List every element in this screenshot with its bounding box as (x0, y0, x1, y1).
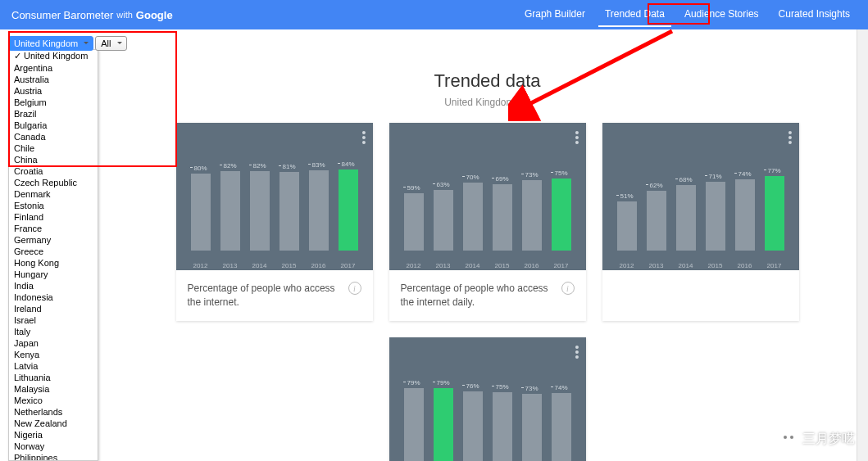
country-option[interactable]: Italy (9, 326, 98, 337)
country-option[interactable]: India (9, 280, 98, 292)
country-option[interactable]: Lithuania (9, 372, 98, 383)
country-select[interactable]: United Kingdom (8, 36, 93, 51)
country-option[interactable]: Denmark (9, 188, 98, 200)
country-option[interactable]: Indonesia (9, 292, 98, 303)
bar-column: 68% (675, 176, 698, 251)
country-option[interactable]: Brazil (9, 108, 98, 120)
bar-value-label: 68% (679, 176, 692, 183)
country-option[interactable]: Estonia (9, 200, 98, 211)
nav-trended-data[interactable]: Trended Data (598, 2, 671, 27)
bar (493, 392, 512, 461)
logo-brand: Google (136, 9, 173, 21)
bar-column: 71% (704, 173, 727, 251)
country-option[interactable]: Chile (9, 142, 98, 154)
chart-menu-icon[interactable]: ••• (575, 129, 579, 146)
country-option[interactable]: France (9, 223, 98, 234)
bar-value-label: 73% (525, 171, 538, 179)
chart-area: •••79%79%76%75%73%74%2012201320142015201… (389, 337, 586, 461)
year-label: 2013 (436, 262, 451, 269)
country-option[interactable]: Australia (9, 74, 98, 85)
country-option[interactable]: Canada (9, 131, 98, 142)
scrollbar-track[interactable] (857, 29, 868, 461)
nav-audience-stories[interactable]: Audience Stories (678, 2, 766, 27)
country-option[interactable]: Japan (9, 337, 98, 349)
year-label: 2015 (708, 262, 723, 269)
country-option[interactable]: Philippines (9, 452, 98, 461)
chart-menu-icon[interactable]: ••• (788, 129, 793, 146)
country-option[interactable]: Mexico (9, 395, 98, 406)
bar-column: 62% (645, 182, 668, 251)
country-option[interactable]: Malaysia (9, 383, 98, 395)
bar-column: 82% (219, 162, 242, 251)
year-label: 2017 (554, 262, 569, 269)
year-label: 2012 (193, 262, 208, 269)
bar (765, 176, 784, 251)
bar-column: 73% (520, 385, 543, 461)
country-option[interactable]: Bulgaria (9, 120, 98, 131)
chart-menu-icon[interactable]: ••• (362, 129, 366, 146)
bar-column: 82% (248, 162, 271, 251)
app-logo: Consumer Barometer with Google (11, 9, 173, 21)
year-label: 2017 (341, 262, 356, 269)
x-axis-labels: 201220132014201520162017 (612, 254, 789, 269)
year-label: 2015 (282, 262, 297, 269)
filter-select[interactable]: All (95, 36, 126, 51)
bar-value-label: 74% (554, 384, 567, 391)
country-option[interactable]: Greece (9, 246, 98, 257)
bar-column: 83% (307, 161, 330, 251)
chart-area: •••51%62%68%71%74%77%2012201320142015201… (602, 123, 799, 270)
bar-column: 63% (432, 181, 455, 251)
country-option[interactable]: Kenya (9, 349, 98, 360)
year-label: 2012 (620, 262, 634, 269)
bar (463, 391, 483, 461)
country-option[interactable]: Netherlands (9, 406, 98, 418)
country-option[interactable]: Latvia (9, 360, 98, 372)
chart-card: •••79%79%76%75%73%74%2012201320142015201… (389, 337, 586, 461)
country-option[interactable]: Belgium (9, 97, 98, 108)
nav-curated-insights[interactable]: Curated Insights (772, 2, 857, 27)
bar-value-label: 75% (554, 169, 567, 177)
nav-graph-builder[interactable]: Graph Builder (518, 2, 592, 27)
country-option[interactable]: Croatia (9, 165, 98, 177)
bar-column: 69% (491, 175, 514, 251)
bar (191, 174, 211, 251)
chart-menu-icon[interactable]: ••• (575, 344, 579, 360)
bar (552, 393, 571, 461)
country-option[interactable]: ✓ United Kingdom (9, 50, 98, 62)
country-option[interactable]: Ireland (9, 303, 98, 314)
nav-tabs: Graph BuilderTrended DataAudience Storie… (518, 2, 857, 27)
country-option[interactable]: Norway (9, 441, 98, 452)
year-label: 2014 (252, 262, 267, 269)
chart-card: •••51%62%68%71%74%77%2012201320142015201… (602, 123, 799, 321)
country-option[interactable]: China (9, 154, 98, 165)
bar (250, 171, 270, 251)
country-option[interactable]: New Zealand (9, 418, 98, 429)
country-option[interactable]: Argentina (9, 62, 98, 74)
country-option[interactable]: Nigeria (9, 429, 98, 441)
country-dropdown[interactable]: ✓ United KingdomArgentinaAustraliaAustri… (8, 49, 98, 461)
country-option[interactable]: Czech Republic (9, 177, 98, 188)
country-option[interactable]: Israel (9, 314, 98, 326)
info-icon[interactable]: i (561, 282, 575, 295)
country-option[interactable]: Germany (9, 234, 98, 246)
country-option[interactable]: Austria (9, 85, 98, 97)
filter-selectors: United Kingdom All (8, 36, 127, 51)
country-option[interactable]: Hong Kong (9, 257, 98, 269)
bar-column: 75% (550, 169, 573, 251)
bar (676, 185, 696, 251)
info-icon[interactable]: i (348, 282, 361, 295)
bar-column: 70% (461, 174, 484, 251)
top-header: Consumer Barometer with Google Graph Bui… (0, 0, 868, 29)
bar-value-label: 80% (193, 165, 207, 172)
bar-column: 74% (734, 170, 757, 251)
chart-card: •••80%82%82%81%83%84%2012201320142015201… (176, 123, 373, 321)
year-label: 2015 (495, 262, 510, 269)
country-option[interactable]: Hungary (9, 269, 98, 280)
page-title: Trended data (139, 70, 835, 92)
bar-value-label: 70% (466, 174, 479, 181)
logo-with: with (116, 10, 133, 20)
country-option[interactable]: Finland (9, 211, 98, 223)
year-label: 2016 (311, 262, 326, 269)
bar (706, 182, 725, 251)
bar-column: 73% (520, 171, 543, 251)
